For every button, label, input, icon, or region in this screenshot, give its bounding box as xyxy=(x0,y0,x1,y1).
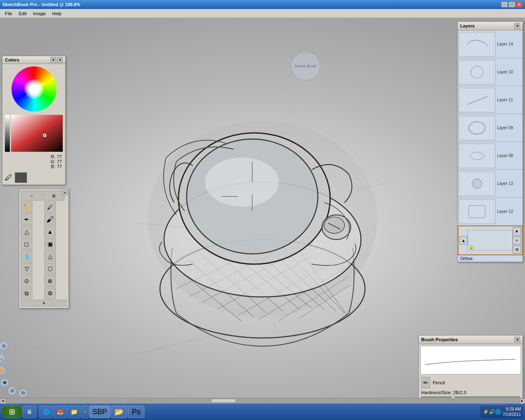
color-picker-cursor xyxy=(43,134,46,137)
brush-lasso[interactable]: ⊙ xyxy=(21,275,32,287)
system-clock: 9:29 AM 7/19/2011 xyxy=(503,406,521,417)
layers-panel: Layers ✕ Layer 14 Layer 10 Layer 11 xyxy=(457,21,523,262)
brush-marker[interactable]: 🖊 xyxy=(44,201,56,213)
brush-brush-stroke[interactable]: 🖌 xyxy=(44,214,56,225)
layer-add[interactable]: + xyxy=(513,236,521,244)
g-label: G: xyxy=(50,159,55,164)
layer-item-11[interactable]: Layer 11 xyxy=(458,86,523,114)
color-gradient-area xyxy=(5,115,63,152)
taskbar: ⊞ 🖥 🌐 🦊 📁 » SBP 📂 Ps ⚡🔊🌐 9:29 AM 7/19/20… xyxy=(0,404,525,420)
window-controls: ─ □ ✕ xyxy=(501,2,523,7)
close-button[interactable]: ✕ xyxy=(516,2,523,7)
layer-thumb-13 xyxy=(459,171,495,196)
minimize-button[interactable]: ─ xyxy=(501,2,508,7)
tray-date: 7/19/2011 xyxy=(503,412,521,417)
brush-circle-mode[interactable]: ○ xyxy=(21,191,42,201)
layer-item-09[interactable]: Layer 09 xyxy=(458,114,523,142)
scroll-left-arrow[interactable]: ◄ xyxy=(0,398,6,404)
layer-13-name: Layer 13 xyxy=(497,181,513,186)
taskbar-overflow[interactable]: » xyxy=(81,406,89,418)
brush-panel-close[interactable]: ✕ xyxy=(62,190,68,196)
saturation-gradient[interactable] xyxy=(11,115,63,152)
colors-panel-close[interactable]: ✕ xyxy=(57,57,63,63)
taskbar-show-desktop[interactable]: 🖥 xyxy=(23,406,36,418)
svg-point-36 xyxy=(469,122,485,134)
tray-time: 9:29 AM xyxy=(503,406,521,412)
brush-hard-pencil[interactable]: ▲ xyxy=(44,226,56,237)
system-tray: ⚡🔊🌐 9:29 AM 7/19/2011 xyxy=(480,406,524,418)
layer-item-14[interactable]: Layer 14 xyxy=(458,30,523,58)
nav-btn-cursor[interactable]: ✤ xyxy=(0,378,9,387)
brush-clone[interactable]: ⧉ xyxy=(21,288,32,299)
layer-move-up[interactable]: ▲ xyxy=(459,236,468,244)
luminance-slider[interactable] xyxy=(5,115,10,152)
brush-spray[interactable]: ⬡ xyxy=(44,263,56,274)
brush-soft-pencil[interactable]: △ xyxy=(21,226,32,237)
layers-list[interactable]: Layer 14 Layer 10 Layer 11 Layer 09 xyxy=(458,30,523,226)
brush-props-close[interactable]: ✕ xyxy=(514,337,520,342)
taskbar-folder-app[interactable]: 📂 xyxy=(111,406,127,418)
layer-active-thumb: 🔒 xyxy=(468,230,513,251)
nav-btn-rotate-left[interactable]: ↺ xyxy=(7,386,16,395)
nav-btn-rotate-right[interactable]: ↻ xyxy=(18,388,27,397)
layer-thumb-12 xyxy=(459,199,495,224)
layer-thumb-08 xyxy=(459,144,495,168)
brush-props-title: Brush Properties xyxy=(421,337,458,342)
color-bottom: 🖊 xyxy=(2,171,65,185)
drawing-canvas[interactable] xyxy=(135,67,390,354)
color-wheel-container[interactable] xyxy=(2,64,65,114)
layer-item-13[interactable]: Layer 13 xyxy=(458,170,523,198)
taskbar-ie-icon[interactable]: 🌐 xyxy=(39,406,52,418)
b-value: 77 xyxy=(57,164,62,169)
taskbar-photoshop-app[interactable]: Ps xyxy=(128,406,144,418)
brush-pen[interactable]: ✒ xyxy=(21,214,32,225)
brush-eraser-hard[interactable]: ▣ xyxy=(44,238,56,250)
scroll-thumb[interactable] xyxy=(211,399,236,403)
colors-panel-dropdown[interactable]: ▼ xyxy=(50,57,56,63)
color-swatch[interactable] xyxy=(15,172,27,183)
rgb-values: R: 77 G: 77 B: 77 xyxy=(2,153,65,171)
colors-panel: Colors ▼ ✕ R: 77 G: 77 B: 77 🖊 xyxy=(2,56,66,185)
brush-grid-mode[interactable]: ⊞ xyxy=(43,191,64,201)
color-wheel[interactable] xyxy=(11,66,57,112)
taskbar-firefox-icon[interactable]: 🦊 xyxy=(53,406,66,418)
taskbar-folder-icon[interactable]: 📁 xyxy=(67,406,80,418)
layer-lock-icon: 🔒 xyxy=(469,245,474,249)
layer-move-down[interactable]: ▼ xyxy=(513,227,521,235)
brush-panel-scroll-down[interactable]: ▼ xyxy=(21,300,67,306)
brush-selection[interactable]: ⊕ xyxy=(44,275,56,287)
pressure-brush-indicator[interactable]: Resize Brush xyxy=(291,52,320,80)
layer-11-name: Layer 11 xyxy=(497,98,513,102)
layer-item-10[interactable]: Layer 10 xyxy=(458,58,523,86)
menu-file[interactable]: File xyxy=(2,10,16,17)
menu-help[interactable]: Help xyxy=(49,10,65,17)
menu-edit[interactable]: Edit xyxy=(16,10,30,17)
brush-pencil[interactable]: ✏️ xyxy=(21,201,32,213)
brush-blend[interactable]: △ xyxy=(44,251,56,262)
bottom-scrollbar[interactable]: ◄ ► xyxy=(0,398,525,404)
brush-eraser-soft[interactable]: ◻ xyxy=(21,238,32,250)
brush-smudge[interactable]: 💧 xyxy=(21,251,32,262)
eyedropper-tool[interactable]: 🖊 xyxy=(5,173,12,182)
layer-item-08[interactable]: Layer 08 xyxy=(458,142,523,170)
layer-08-name: Layer 08 xyxy=(497,153,513,158)
taskbar-sbp-app[interactable]: SBP xyxy=(89,406,110,418)
b-label: B: xyxy=(51,164,55,169)
svg-point-23 xyxy=(205,158,279,207)
brush-top-row: ○ ⊞ xyxy=(21,191,67,201)
brush-symmetry[interactable]: ⚙ xyxy=(44,288,56,299)
layer-thumb-10 xyxy=(459,60,495,84)
svg-line-30 xyxy=(135,334,217,354)
layers-panel-close[interactable]: ✕ xyxy=(514,23,520,29)
layer-item-12[interactable]: Layer 12 xyxy=(458,198,523,226)
start-button[interactable]: ⊞ xyxy=(2,406,22,418)
brush-fill[interactable]: ▽ xyxy=(21,263,32,274)
menu-image[interactable]: Image xyxy=(30,10,49,17)
maximize-button[interactable]: □ xyxy=(509,2,515,7)
r-value: 77 xyxy=(57,154,62,159)
layer-settings[interactable]: ⚙ xyxy=(513,245,521,253)
scroll-track[interactable] xyxy=(6,398,519,404)
brush-name-row: ✏ Pencil xyxy=(419,376,523,389)
scroll-right-arrow[interactable]: ► xyxy=(519,398,525,404)
brush-hardness-label: Hardness/Size: 2B/2.3 xyxy=(421,390,466,395)
